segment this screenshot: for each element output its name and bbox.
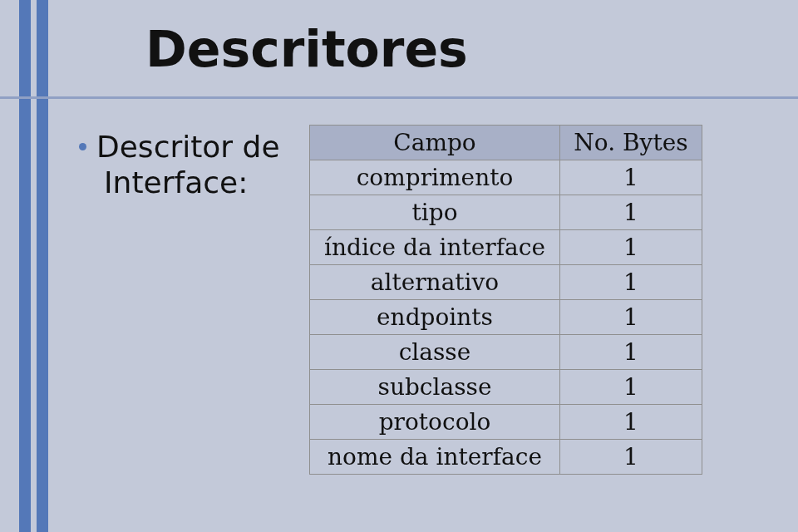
table-row: índice da interface 1 bbox=[310, 230, 702, 265]
header-field: Campo bbox=[310, 126, 560, 160]
cell-bytes: 1 bbox=[560, 335, 702, 370]
descriptor-table: Campo No. Bytes comprimento 1 tipo 1 índ… bbox=[309, 125, 702, 475]
cell-field: comprimento bbox=[310, 160, 560, 195]
cell-field: classe bbox=[310, 335, 560, 370]
cell-field: alternativo bbox=[310, 265, 560, 300]
slide-title: Descritores bbox=[145, 20, 468, 78]
cell-field: subclasse bbox=[310, 370, 560, 405]
cell-bytes: 1 bbox=[560, 195, 702, 230]
table-row: classe 1 bbox=[310, 335, 702, 370]
table-row: tipo 1 bbox=[310, 195, 702, 230]
table-row: subclasse 1 bbox=[310, 370, 702, 405]
table-row: protocolo 1 bbox=[310, 405, 702, 440]
cell-bytes: 1 bbox=[560, 405, 702, 440]
bullet-line1: Descritor de bbox=[96, 130, 280, 164]
cell-bytes: 1 bbox=[560, 160, 702, 195]
cell-field: protocolo bbox=[310, 405, 560, 440]
slide: Descritores Descritor de Interface: Camp… bbox=[0, 0, 798, 532]
cell-bytes: 1 bbox=[560, 300, 702, 335]
bullet-item: Descritor de Interface: bbox=[79, 129, 280, 200]
table-row: endpoints 1 bbox=[310, 300, 702, 335]
cell-bytes: 1 bbox=[560, 370, 702, 405]
cell-bytes: 1 bbox=[560, 230, 702, 265]
cell-field: tipo bbox=[310, 195, 560, 230]
header-bytes: No. Bytes bbox=[560, 126, 702, 160]
cell-field: nome da interface bbox=[310, 440, 560, 475]
bullet-line2: Interface: bbox=[104, 165, 280, 200]
table-row: nome da interface 1 bbox=[310, 440, 702, 475]
table-row: alternativo 1 bbox=[310, 265, 702, 300]
decor-stripe-left-1 bbox=[19, 0, 31, 532]
table-row: comprimento 1 bbox=[310, 160, 702, 195]
cell-field: índice da interface bbox=[310, 230, 560, 265]
decor-stripe-left-2 bbox=[37, 0, 48, 532]
bullet-dot-icon bbox=[79, 143, 86, 150]
table-header-row: Campo No. Bytes bbox=[310, 126, 702, 160]
cell-field: endpoints bbox=[310, 300, 560, 335]
title-underline bbox=[0, 96, 798, 99]
cell-bytes: 1 bbox=[560, 265, 702, 300]
cell-bytes: 1 bbox=[560, 440, 702, 475]
